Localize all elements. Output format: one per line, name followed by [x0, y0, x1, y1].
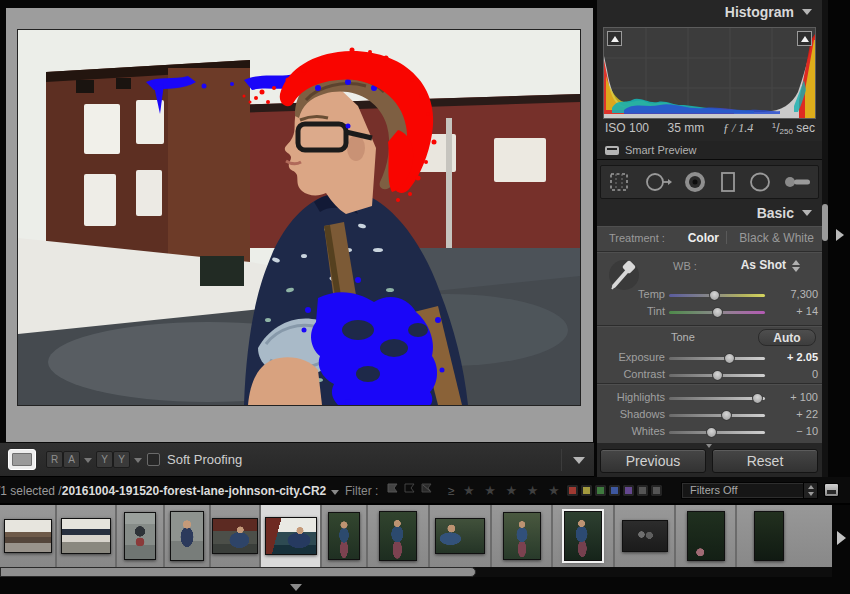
shadows-slider-track[interactable] [669, 414, 765, 417]
before-after-left-right-button[interactable]: R [46, 451, 63, 468]
filters-toggle-switch[interactable] [824, 483, 839, 497]
tint-slider-row: Tint + 14 [597, 305, 822, 320]
photo-canvas[interactable] [18, 30, 580, 405]
wb-value-dropdown[interactable]: As Shot [741, 258, 786, 272]
contrast-label: Contrast [601, 368, 665, 380]
tint-slider-track[interactable] [669, 311, 765, 314]
exif-iso: ISO 100 [605, 121, 649, 136]
tint-slider-thumb[interactable] [712, 307, 723, 318]
histogram-graph[interactable] [603, 27, 816, 119]
histogram-collapse-icon[interactable] [802, 9, 812, 15]
filmstrip-thumbnail-5[interactable] [211, 505, 261, 567]
auto-tone-button[interactable]: Auto [758, 329, 816, 346]
selection-info[interactable]: /1 selected /20161004-191520-forest-lane… [0, 484, 339, 498]
bottom-panel-collapse-icon[interactable] [290, 584, 302, 591]
color-label-purple[interactable] [623, 485, 634, 496]
rating-compare-symbol[interactable]: ≥ [448, 484, 455, 498]
whites-slider-thumb[interactable] [706, 427, 717, 438]
whites-slider-track[interactable] [669, 431, 765, 434]
tint-label: Tint [601, 305, 665, 317]
contrast-slider-track[interactable] [669, 374, 765, 377]
treatment-divider [726, 231, 727, 244]
panel-show-arrow-icon[interactable] [836, 229, 844, 241]
spot-removal-tool-icon[interactable] [643, 170, 673, 194]
color-label-green[interactable] [595, 485, 606, 496]
shadow-clipping-indicator[interactable] [607, 31, 622, 46]
graduated-filter-tool-icon[interactable] [718, 170, 738, 194]
treatment-bw-button[interactable]: Black & White [739, 231, 814, 245]
color-label-blue[interactable] [609, 485, 620, 496]
filmstrip-thumbnail-2[interactable] [57, 505, 117, 567]
temp-slider-row: Temp 7,300 [597, 288, 822, 303]
before-after-dropdown-icon[interactable] [84, 458, 92, 463]
smart-preview-bar[interactable]: Smart Preview [597, 141, 822, 160]
whites-slider-row: Whites − 10 [597, 425, 822, 440]
histogram-panel-header[interactable]: Histogram [597, 1, 822, 23]
filmstrip-thumbnail-11[interactable] [553, 505, 615, 567]
filmstrip-thumbnail-3[interactable] [117, 505, 165, 567]
star-rating-filter[interactable]: ★ ★ ★ ★ ★ [463, 483, 563, 498]
exposure-slider-thumb[interactable] [724, 353, 735, 364]
temp-slider-track[interactable] [669, 294, 765, 297]
color-label-red[interactable] [567, 485, 578, 496]
basic-collapse-icon[interactable] [802, 210, 812, 216]
filters-dropdown[interactable]: Filters Off [681, 482, 818, 499]
temp-slider-thumb[interactable] [709, 290, 720, 301]
color-label-none-2[interactable] [651, 485, 662, 496]
highlights-slider-track[interactable] [669, 397, 765, 400]
filmstrip-thumbnail-selected[interactable] [261, 505, 322, 567]
adjustment-brush-tool-icon[interactable] [783, 170, 813, 194]
loupe-view-button[interactable] [8, 449, 36, 470]
exposure-slider-track[interactable] [669, 357, 765, 360]
contrast-value: 0 [768, 368, 818, 380]
highlights-slider-thumb[interactable] [752, 393, 763, 404]
filmstrip-thumbnail-14[interactable] [737, 505, 800, 567]
tone-label: Tone [671, 331, 695, 343]
color-label-none-1[interactable] [637, 485, 648, 496]
contrast-slider-row: Contrast 0 [597, 368, 822, 383]
filmstrip-next-arrow-icon[interactable] [837, 531, 846, 545]
filmstrip-thumbnail-8[interactable] [368, 505, 430, 567]
filmstrip-thumbnail-7[interactable] [322, 505, 368, 567]
filmstrip-thumbnail-4[interactable] [165, 505, 211, 567]
split-view-right-button[interactable]: Y [113, 451, 130, 468]
filmstrip-thumbnail-9[interactable] [430, 505, 492, 567]
wb-dropdown-arrows-icon[interactable] [792, 260, 800, 272]
split-view-left-button[interactable]: Y [96, 451, 113, 468]
flag-pick-icon[interactable] [386, 483, 399, 495]
filmstrip-thumbnail-13[interactable] [676, 505, 737, 567]
thumb-city-buildings [4, 519, 52, 553]
treatment-color-button[interactable]: Color [688, 231, 719, 245]
basic-panel-header[interactable]: Basic [597, 202, 822, 224]
thumb-street-figure [124, 512, 156, 560]
flag-reject-icon[interactable] [420, 483, 433, 495]
flag-unflagged-icon[interactable] [403, 483, 416, 495]
previous-button[interactable]: Previous [600, 449, 706, 473]
red-eye-correction-tool-icon[interactable] [683, 170, 707, 194]
toolbar-options-dropdown-icon[interactable] [573, 457, 585, 464]
color-label-yellow[interactable] [581, 485, 592, 496]
temp-value: 7,300 [768, 288, 818, 300]
radial-filter-tool-icon[interactable] [748, 170, 772, 194]
filmstrip-scrollbar-track[interactable] [0, 567, 832, 577]
reset-button[interactable]: Reset [712, 449, 818, 473]
flag-filter-group [386, 483, 433, 495]
before-after-right-button[interactable]: A [63, 451, 80, 468]
thumb-forest-man-3 [435, 518, 485, 554]
filmstrip-thumbnail-10[interactable] [492, 505, 553, 567]
highlight-clipping-indicator[interactable] [797, 31, 812, 46]
thumb-man-red-building [212, 518, 258, 554]
soft-proofing-checkbox[interactable] [147, 453, 160, 466]
exif-shutter: 1/250 sec [772, 121, 815, 136]
white-balance-section: WB : As Shot Temp 7,300 Tint + 14 [597, 252, 822, 326]
shadow-clipping-triangle-icon [611, 36, 619, 42]
crop-overlay-tool-icon[interactable] [606, 170, 632, 194]
shadows-slider-row: Shadows + 22 [597, 408, 822, 423]
filmstrip-thumbnail-12[interactable] [615, 505, 676, 567]
filmstrip-thumbnail-1[interactable] [0, 505, 57, 567]
shadows-slider-thumb[interactable] [721, 410, 732, 421]
split-view-dropdown-icon[interactable] [134, 458, 142, 463]
contrast-slider-thumb[interactable] [712, 370, 723, 381]
filmstrip-scrollbar-thumb[interactable] [0, 567, 476, 577]
wb-eyedropper-icon[interactable] [607, 258, 641, 292]
